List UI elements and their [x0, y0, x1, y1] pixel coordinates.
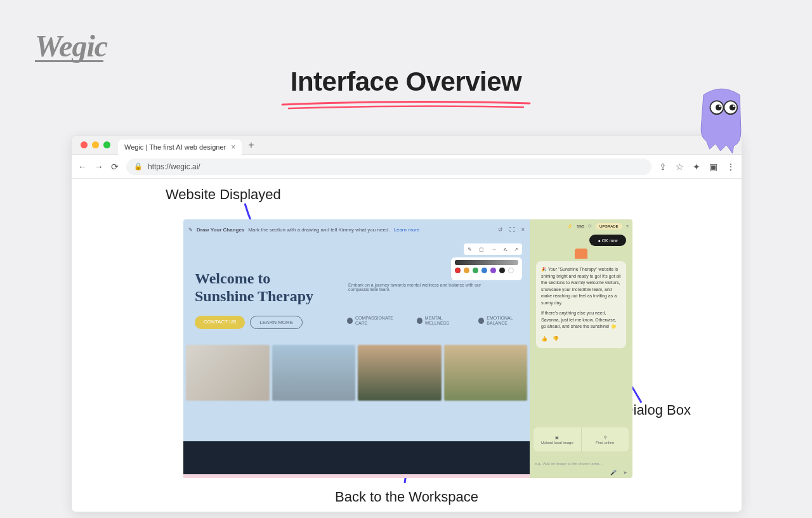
- draw-changes-hint: Mark the section with a drawing and tell…: [248, 227, 390, 233]
- brain-icon: [417, 318, 422, 324]
- mascot-ghost: [691, 86, 752, 155]
- browser-tab[interactable]: Wegic | The first AI web designer ×: [118, 139, 242, 155]
- svg-point-5: [733, 105, 735, 107]
- chat-input[interactable]: e.g., Add an image to the chosen area…: [535, 462, 627, 465]
- browser-viewport: Website Displayed Dialog Box Back to the…: [72, 179, 742, 512]
- credits-count: 590: [577, 224, 584, 229]
- color-swatch-purple[interactable]: [490, 268, 496, 273]
- lock-icon: 🔒: [134, 162, 143, 171]
- gallery-image-4: [444, 345, 528, 401]
- share-tool-icon[interactable]: ↗: [514, 247, 518, 252]
- undo-icon[interactable]: ↺: [498, 226, 503, 233]
- color-swatch-green[interactable]: [473, 268, 478, 273]
- extensions-icon[interactable]: ✦: [693, 162, 700, 172]
- back-icon[interactable]: ←: [78, 162, 87, 172]
- color-swatch-red[interactable]: [455, 268, 461, 273]
- thumbs-down-icon[interactable]: 👎: [553, 335, 559, 343]
- close-tab-icon[interactable]: ×: [231, 143, 235, 152]
- color-picker-panel[interactable]: [451, 257, 522, 280]
- browser-tab-strip: Wegic | The first AI web designer × +: [72, 136, 742, 155]
- learn-more-link[interactable]: Learn more: [394, 227, 420, 233]
- thumbs-up-icon[interactable]: 👍: [541, 335, 547, 343]
- color-swatch-white[interactable]: [508, 268, 514, 273]
- wegic-app-frame: ✎ Draw Your Changes Mark the section wit…: [183, 219, 632, 478]
- page-title-wrap: Interface Overview: [279, 67, 533, 111]
- share-icon[interactable]: ⇪: [659, 162, 667, 172]
- svg-point-4: [719, 105, 721, 107]
- feature-compassionate: COMPASSIONATE CARE: [347, 316, 402, 327]
- tab-title: Wegic | The first AI web designer: [124, 143, 226, 151]
- ai-message-p1: 🎉 Your "Sunshine Therapy" website is shi…: [541, 266, 621, 306]
- help-icon[interactable]: ?: [626, 224, 629, 230]
- svg-point-3: [730, 105, 736, 111]
- box-icon[interactable]: ▢: [479, 247, 484, 252]
- heart-icon: [347, 318, 353, 324]
- find-online-button[interactable]: ⚲ Find online: [582, 427, 629, 451]
- kimmy-avatar: [575, 249, 587, 259]
- floating-toolbar[interactable]: ✎ ▢ → A ↗: [464, 243, 522, 255]
- mic-icon[interactable]: 🎤: [610, 470, 617, 476]
- svg-point-2: [716, 105, 722, 111]
- maximize-window-icon[interactable]: [103, 141, 110, 148]
- bolt-icon: ⚡: [567, 224, 573, 229]
- upgrade-button[interactable]: UPGRADE: [596, 223, 622, 230]
- new-tab-button[interactable]: +: [248, 139, 254, 151]
- learn-more-button[interactable]: LEARN MORE: [250, 316, 303, 329]
- close-icon[interactable]: ×: [521, 226, 525, 233]
- pencil-icon: ✎: [188, 227, 193, 233]
- upload-local-button[interactable]: ▣ Upload local image: [534, 427, 582, 451]
- contact-us-button[interactable]: CONTACT US: [195, 316, 245, 329]
- canvas-dark-band: [183, 441, 530, 474]
- star-icon[interactable]: ☆: [676, 162, 684, 172]
- hero-subtitle: Embark on a journey towards mental welln…: [348, 283, 491, 292]
- menu-icon[interactable]: ⋮: [726, 162, 735, 172]
- hero-title: Welcome to Sunshine Therapy: [195, 270, 313, 305]
- edit-icon[interactable]: ✎: [468, 247, 472, 252]
- draw-changes-label: Draw Your Changes: [197, 227, 244, 233]
- traffic-lights: [81, 141, 110, 148]
- browser-window: Wegic | The first AI web designer × + ← …: [71, 135, 742, 512]
- ai-message-p2: If there's anything else you need, Savan…: [541, 310, 621, 330]
- address-bar[interactable]: 🔒 https://wegic.ai/: [126, 159, 652, 175]
- title-underline: [279, 98, 533, 111]
- close-window-icon[interactable]: [81, 141, 88, 148]
- forward-icon[interactable]: →: [95, 162, 103, 172]
- feature-mental: MENTAL WELLNESS: [417, 316, 464, 327]
- ok-now-button[interactable]: ● OK now: [589, 235, 626, 246]
- balance-icon: [478, 318, 484, 324]
- search-icon: ⚲: [604, 435, 606, 439]
- ai-message: 🎉 Your "Sunshine Therapy" website is shi…: [536, 261, 626, 348]
- credits-bar: ⚡ 590 ⟳ UPGRADE ?: [534, 223, 629, 230]
- image-gallery: [183, 345, 530, 401]
- canvas-top-bar: ✎ Draw Your Changes Mark the section wit…: [188, 224, 525, 235]
- dialog-sidebar: ⚡ 590 ⟳ UPGRADE ? ● OK now 🎉 Your "Sunsh…: [530, 219, 632, 478]
- gallery-image-1: [186, 345, 270, 401]
- url-text: https://wegic.ai/: [148, 162, 200, 171]
- image-icon: ▣: [555, 435, 559, 439]
- wegic-logo: Wegic: [35, 29, 107, 63]
- arrow-icon[interactable]: →: [491, 247, 496, 252]
- browser-url-bar: ← → ⟳ 🔒 https://wegic.ai/ ⇪ ☆ ✦ ▣ ⋮: [72, 155, 742, 179]
- website-canvas[interactable]: ✎ Draw Your Changes Mark the section wit…: [183, 219, 530, 478]
- color-swatch-orange[interactable]: [464, 268, 469, 273]
- page-title: Interface Overview: [279, 67, 533, 97]
- color-swatch-blue[interactable]: [481, 268, 487, 273]
- gallery-image-3: [358, 345, 442, 401]
- refresh-icon[interactable]: ⟳: [588, 224, 592, 229]
- minimize-window-icon[interactable]: [92, 141, 99, 148]
- feature-row: COMPASSIONATE CARE MENTAL WELLNESS EMOTI…: [347, 316, 530, 327]
- upload-panel: ▣ Upload local image ⚲ Find online: [534, 427, 629, 451]
- workspace-handle[interactable]: [183, 474, 530, 478]
- annotation-back-workspace: Back to the Workspace: [335, 489, 478, 505]
- color-swatch-black[interactable]: [499, 268, 505, 273]
- reload-icon[interactable]: ⟳: [111, 162, 119, 172]
- feature-emotional: EMOTIONAL BALANCE: [478, 316, 530, 327]
- gallery-image-2: [272, 345, 356, 401]
- send-icon[interactable]: ➤: [623, 470, 627, 476]
- expand-icon[interactable]: ⛶: [509, 226, 515, 233]
- text-icon[interactable]: A: [504, 247, 507, 252]
- panel-icon[interactable]: ▣: [709, 162, 717, 172]
